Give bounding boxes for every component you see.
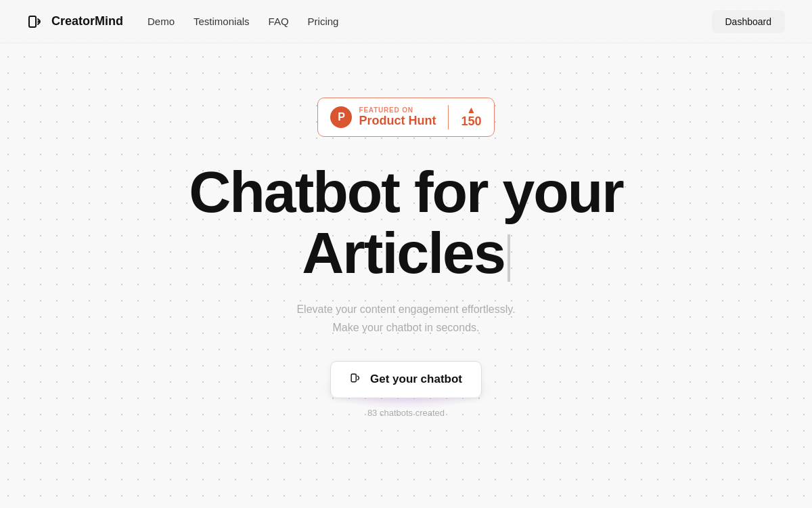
cursor-blink [508,234,510,282]
product-hunt-icon: P [330,106,352,128]
nav-link-demo[interactable]: Demo [148,16,175,27]
ph-name-label: Product Hunt [359,114,436,129]
hero-subtitle: Elevate your content engagement effortle… [296,300,515,337]
nav-link-pricing[interactable]: Pricing [308,16,339,27]
nav-link-testimonials[interactable]: Testimonials [194,16,250,27]
hero-heading-line1: Chatbot for your [189,159,623,224]
hero-section: P FEATURED ON Product Hunt ▲ 150 Chatbot… [0,43,812,418]
nav-links: Demo Testimonials FAQ Pricing [148,16,338,27]
get-chatbot-button[interactable]: Get your chatbot [330,361,482,398]
cta-wrapper: Get your chatbot 83 chatbots created [330,361,482,418]
ph-divider [448,105,449,129]
ph-vote-count: 150 [461,114,481,129]
product-hunt-text: FEATURED ON Product Hunt [359,106,436,129]
nav-left: CreatorMind Demo Testimonials FAQ Pricin… [27,12,338,31]
logo-icon [27,12,46,31]
ph-featured-on-label: FEATURED ON [359,106,436,114]
ph-votes: ▲ 150 [461,105,481,129]
svg-rect-0 [29,16,36,27]
logo[interactable]: CreatorMind [27,12,123,31]
ph-arrow-icon: ▲ [467,105,476,114]
hero-heading: Chatbot for your Articles [189,161,623,284]
svg-rect-1 [351,374,356,381]
cta-label: Get your chatbot [370,373,462,386]
chatbot-icon [350,371,363,388]
logo-text: CreatorMind [51,14,123,28]
dashboard-button[interactable]: Dashboard [712,10,786,33]
nav-link-faq[interactable]: FAQ [269,16,289,27]
navbar: CreatorMind Demo Testimonials FAQ Pricin… [0,0,812,43]
cta-meta: 83 chatbots created [367,408,445,418]
hero-subtitle-line1: Elevate your content engagement effortle… [296,303,515,315]
hero-subtitle-line2: Make your chatbot in seconds. [332,322,479,333]
hero-heading-line2: Articles [302,220,505,285]
product-hunt-badge[interactable]: P FEATURED ON Product Hunt ▲ 150 [317,98,494,137]
